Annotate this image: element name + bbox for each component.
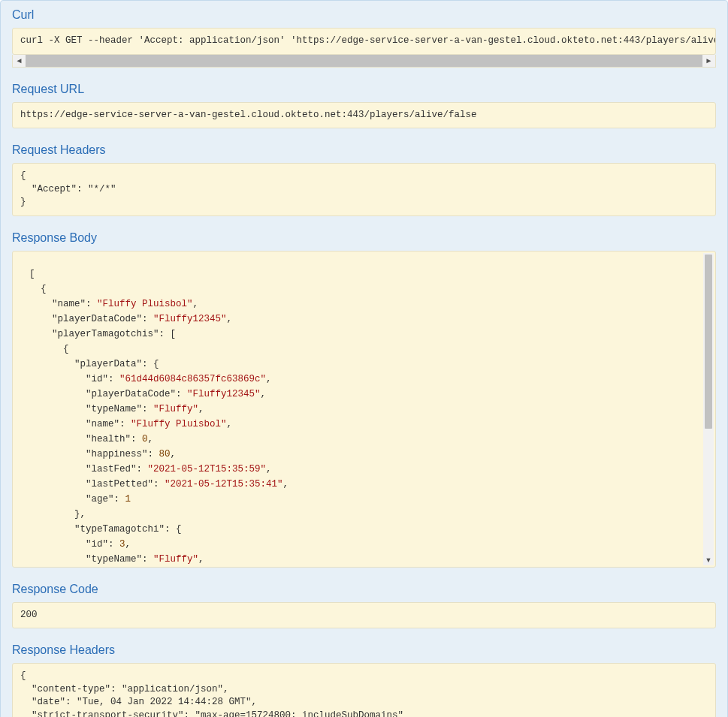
scroll-right-icon[interactable]: ► (702, 54, 715, 67)
response-headers-section: Response Headers { "content-type": "appl… (1, 636, 727, 717)
response-headers-code[interactable]: { "content-type": "application/json", "d… (12, 663, 716, 717)
scroll-thumb[interactable] (705, 255, 712, 429)
request-headers-heading: Request Headers (12, 143, 716, 157)
response-vertical-scrollbar[interactable]: ▼ (703, 253, 714, 565)
curl-horizontal-scrollbar[interactable]: ◄ ► (12, 55, 716, 68)
scroll-down-icon[interactable]: ▼ (703, 555, 714, 565)
response-body-section: Response Body [ { "name": "Fluffy Pluisb… (1, 224, 727, 575)
curl-section: Curl curl -X GET --header 'Accept: appli… (1, 1, 727, 75)
response-body-code[interactable]: [ { "name": "Fluffy Pluisbol", "playerDa… (13, 252, 715, 567)
curl-heading: Curl (12, 8, 716, 22)
response-body-heading: Response Body (12, 231, 716, 245)
response-body-wrap: [ { "name": "Fluffy Pluisbol", "playerDa… (12, 251, 716, 568)
response-headers-heading: Response Headers (12, 643, 716, 657)
request-headers-section: Request Headers { "Accept": "*/*" } (1, 136, 727, 224)
request-url-section: Request URL https://edge-service-server-… (1, 75, 727, 137)
curl-wrap: curl -X GET --header 'Accept: applicatio… (12, 28, 716, 68)
curl-code[interactable]: curl -X GET --header 'Accept: applicatio… (12, 28, 716, 55)
request-url-heading: Request URL (12, 83, 716, 96)
request-url-code[interactable]: https://edge-service-server-a-van-gestel… (12, 102, 716, 129)
scroll-left-icon[interactable]: ◄ (13, 54, 26, 67)
response-code-value[interactable]: 200 (12, 602, 716, 629)
response-code-heading: Response Code (12, 583, 716, 596)
scroll-track[interactable] (26, 55, 702, 67)
swagger-response-panel: Curl curl -X GET --header 'Accept: appli… (0, 0, 728, 717)
response-code-section: Response Code 200 (1, 575, 727, 637)
request-headers-code[interactable]: { "Accept": "*/*" } (12, 163, 716, 216)
